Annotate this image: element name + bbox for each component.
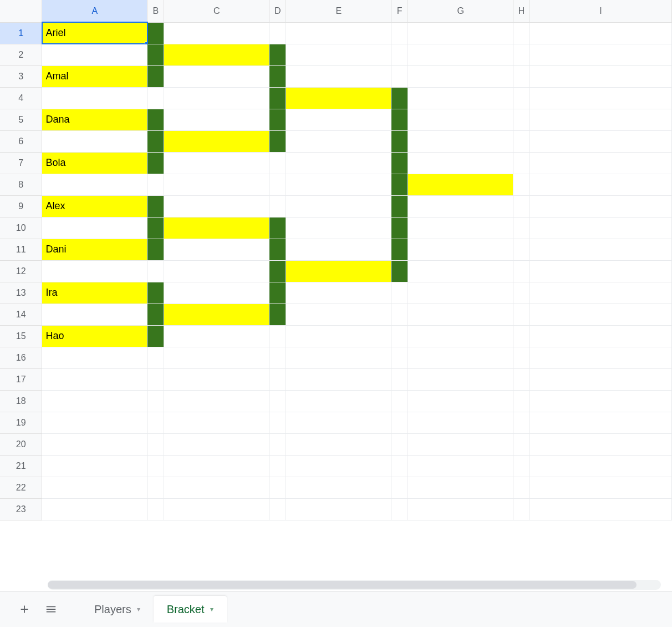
cell-H14[interactable] — [513, 304, 530, 325]
cell-G23[interactable] — [408, 498, 513, 520]
cell-I4[interactable] — [530, 87, 672, 109]
column-header-D[interactable]: D — [269, 0, 286, 22]
cell-I8[interactable] — [530, 174, 672, 195]
cell-E18[interactable] — [286, 390, 391, 412]
cell-C20[interactable] — [164, 433, 269, 455]
cell-C10[interactable] — [164, 217, 269, 239]
cell-B10[interactable] — [147, 217, 164, 239]
cell-F5[interactable] — [391, 109, 408, 130]
cell-E9[interactable] — [286, 195, 391, 217]
cell-A5[interactable]: Dana — [42, 109, 147, 130]
cell-B22[interactable] — [147, 477, 164, 498]
cell-C17[interactable] — [164, 368, 269, 390]
cell-E4[interactable] — [286, 87, 391, 109]
cell-F15[interactable] — [391, 325, 408, 347]
cell-A7[interactable]: Bola — [42, 152, 147, 174]
cell-H2[interactable] — [513, 44, 530, 65]
row-header-14[interactable]: 14 — [0, 304, 42, 325]
cell-F12[interactable] — [391, 260, 408, 282]
cell-D21[interactable] — [269, 455, 286, 477]
cell-B23[interactable] — [147, 498, 164, 520]
cell-H8[interactable] — [513, 174, 530, 195]
cell-F3[interactable] — [391, 65, 408, 87]
cell-I2[interactable] — [530, 44, 672, 65]
cell-H9[interactable] — [513, 195, 530, 217]
cell-E13[interactable] — [286, 282, 391, 304]
cell-G1[interactable] — [408, 22, 513, 44]
cell-I5[interactable] — [530, 109, 672, 130]
cell-G18[interactable] — [408, 390, 513, 412]
cell-B15[interactable] — [147, 325, 164, 347]
cell-B16[interactable] — [147, 347, 164, 368]
cell-H18[interactable] — [513, 390, 530, 412]
select-all-cell[interactable] — [0, 0, 42, 22]
cell-A1[interactable]: Ariel — [42, 22, 147, 44]
cell-A20[interactable] — [42, 433, 147, 455]
cell-A15[interactable]: Hao — [42, 325, 147, 347]
row-header-10[interactable]: 10 — [0, 217, 42, 239]
cell-A2[interactable] — [42, 44, 147, 65]
cell-B12[interactable] — [147, 260, 164, 282]
cell-A8[interactable] — [42, 174, 147, 195]
row-header-15[interactable]: 15 — [0, 325, 42, 347]
cell-C13[interactable] — [164, 282, 269, 304]
cell-H23[interactable] — [513, 498, 530, 520]
cell-E20[interactable] — [286, 433, 391, 455]
cell-D12[interactable] — [269, 260, 286, 282]
cell-G21[interactable] — [408, 455, 513, 477]
cell-A12[interactable] — [42, 260, 147, 282]
cell-C2[interactable] — [164, 44, 269, 65]
cell-I7[interactable] — [530, 152, 672, 174]
cell-C21[interactable] — [164, 455, 269, 477]
cell-F13[interactable] — [391, 282, 408, 304]
cell-D23[interactable] — [269, 498, 286, 520]
row-header-9[interactable]: 9 — [0, 195, 42, 217]
cell-C8[interactable] — [164, 174, 269, 195]
cell-G22[interactable] — [408, 477, 513, 498]
cell-D2[interactable] — [269, 44, 286, 65]
cell-E2[interactable] — [286, 44, 391, 65]
cell-E14[interactable] — [286, 304, 391, 325]
cell-H5[interactable] — [513, 109, 530, 130]
column-header-B[interactable]: B — [147, 0, 164, 22]
cell-E16[interactable] — [286, 347, 391, 368]
cell-C18[interactable] — [164, 390, 269, 412]
cell-I16[interactable] — [530, 347, 672, 368]
cell-I12[interactable] — [530, 260, 672, 282]
cell-D5[interactable] — [269, 109, 286, 130]
row-header-6[interactable]: 6 — [0, 130, 42, 152]
cell-G19[interactable] — [408, 412, 513, 433]
cell-F11[interactable] — [391, 239, 408, 260]
cell-G10[interactable] — [408, 217, 513, 239]
cell-D4[interactable] — [269, 87, 286, 109]
cell-E12[interactable] — [286, 260, 391, 282]
cell-A21[interactable] — [42, 455, 147, 477]
row-header-23[interactable]: 23 — [0, 498, 42, 520]
cell-H20[interactable] — [513, 433, 530, 455]
cell-I18[interactable] — [530, 390, 672, 412]
cell-F21[interactable] — [391, 455, 408, 477]
column-header-A[interactable]: A — [42, 0, 147, 22]
chevron-down-icon[interactable]: ▾ — [137, 605, 140, 613]
cell-C1[interactable] — [164, 22, 269, 44]
cell-F10[interactable] — [391, 217, 408, 239]
cell-C6[interactable] — [164, 130, 269, 152]
cell-I22[interactable] — [530, 477, 672, 498]
cell-H3[interactable] — [513, 65, 530, 87]
cell-I17[interactable] — [530, 368, 672, 390]
cell-I23[interactable] — [530, 498, 672, 520]
row-header-2[interactable]: 2 — [0, 44, 42, 65]
scrollbar-thumb[interactable] — [48, 581, 637, 589]
row-header-17[interactable]: 17 — [0, 368, 42, 390]
cell-F7[interactable] — [391, 152, 408, 174]
cell-G5[interactable] — [408, 109, 513, 130]
cell-D20[interactable] — [269, 433, 286, 455]
cell-D15[interactable] — [269, 325, 286, 347]
row-header-22[interactable]: 22 — [0, 477, 42, 498]
cell-F4[interactable] — [391, 87, 408, 109]
cell-D19[interactable] — [269, 412, 286, 433]
cell-A14[interactable] — [42, 304, 147, 325]
sheet-tab-players[interactable]: Players▾ — [81, 596, 154, 623]
cell-C12[interactable] — [164, 260, 269, 282]
cell-B3[interactable] — [147, 65, 164, 87]
